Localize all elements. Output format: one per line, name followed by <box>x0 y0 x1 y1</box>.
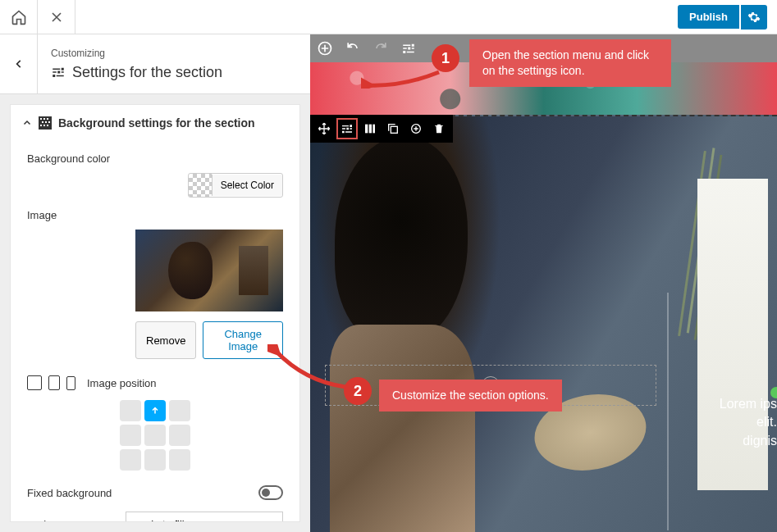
top-bar: Publish <box>0 0 777 34</box>
page-title: Settings for the section <box>51 64 222 81</box>
pos-top-left[interactable] <box>120 400 141 421</box>
svg-rect-4 <box>42 121 43 123</box>
pos-mid-center[interactable] <box>144 425 166 446</box>
home-button[interactable] <box>0 0 38 34</box>
settings-panel: Background settings for the section Back… <box>10 104 300 522</box>
back-button[interactable] <box>0 34 38 93</box>
pos-top-right[interactable] <box>169 400 190 421</box>
arrow-2 <box>267 344 350 393</box>
image-thumbnail[interactable] <box>135 230 283 311</box>
delete-section-button[interactable] <box>428 118 450 139</box>
image-label: Image <box>27 209 283 221</box>
callout-1: Open the section menu and click on the s… <box>469 39 671 87</box>
fixed-bg-label: Fixed background <box>27 487 112 499</box>
svg-rect-9 <box>47 125 48 126</box>
redo-button[interactable] <box>371 39 391 58</box>
panel-heading[interactable]: Background settings for the section <box>11 105 299 141</box>
svg-rect-3 <box>47 118 48 120</box>
svg-rect-11 <box>365 125 368 134</box>
close-button[interactable] <box>38 0 75 34</box>
svg-rect-12 <box>369 125 372 134</box>
position-grid <box>120 400 190 471</box>
select-color-button[interactable]: Select Color <box>212 175 282 196</box>
arrow-1 <box>361 64 443 89</box>
resize-handle[interactable] <box>770 387 777 398</box>
move-section-button[interactable] <box>313 118 335 139</box>
duplicate-button[interactable] <box>382 118 404 139</box>
pos-top-center[interactable] <box>144 400 166 421</box>
pos-bot-left[interactable] <box>120 449 141 471</box>
sliders-icon <box>51 65 66 80</box>
color-picker[interactable]: Select Color <box>188 173 283 198</box>
device-tablet-icon[interactable] <box>48 375 60 390</box>
color-swatch <box>189 174 212 197</box>
chevron-up-icon <box>22 118 32 128</box>
svg-rect-13 <box>373 125 375 134</box>
pos-bot-center[interactable] <box>144 449 166 471</box>
customizer-sidebar: Customizing Settings for the section Bac… <box>0 34 310 532</box>
pattern-icon <box>39 116 52 130</box>
add-section-button[interactable] <box>405 118 427 139</box>
publish-button[interactable]: Publish <box>678 5 739 29</box>
svg-rect-6 <box>48 121 50 123</box>
pos-bot-right[interactable] <box>169 449 190 471</box>
undo-button[interactable] <box>343 39 363 58</box>
scale-label: scale <box>27 518 117 522</box>
placeholder-text: Lorem ips elit. dignis <box>720 395 777 450</box>
svg-rect-14 <box>391 126 397 133</box>
pos-mid-left[interactable] <box>120 425 141 446</box>
scale-select[interactable]: scale to fill <box>126 512 283 522</box>
publish-settings-button[interactable] <box>741 5 767 30</box>
svg-rect-8 <box>43 125 45 126</box>
breadcrumb: Customizing <box>51 48 222 59</box>
add-block-button[interactable] <box>315 39 335 58</box>
svg-rect-7 <box>40 125 42 126</box>
section-toolbar <box>310 115 453 143</box>
device-mobile-icon[interactable] <box>66 376 75 390</box>
section-settings-button[interactable] <box>336 118 358 139</box>
arrow-up-icon <box>150 406 160 416</box>
callout-2: Customize the section options. <box>379 380 562 412</box>
svg-rect-1 <box>40 118 42 120</box>
hero-section[interactable]: + Lorem ips elit. dignis <box>310 115 777 532</box>
image-position-label: Image position <box>87 377 157 389</box>
bg-color-label: Background color <box>27 152 283 165</box>
pos-mid-right[interactable] <box>169 425 190 446</box>
remove-image-button[interactable]: Remove <box>135 321 196 359</box>
canvas-settings-button[interactable] <box>399 39 418 58</box>
device-desktop-icon[interactable] <box>27 375 42 390</box>
svg-rect-5 <box>45 121 47 123</box>
columns-button[interactable] <box>359 118 381 139</box>
svg-rect-2 <box>43 118 45 120</box>
fixed-bg-toggle[interactable] <box>258 485 283 500</box>
preview-canvas: + Lorem ips elit. dignis <box>310 34 777 532</box>
